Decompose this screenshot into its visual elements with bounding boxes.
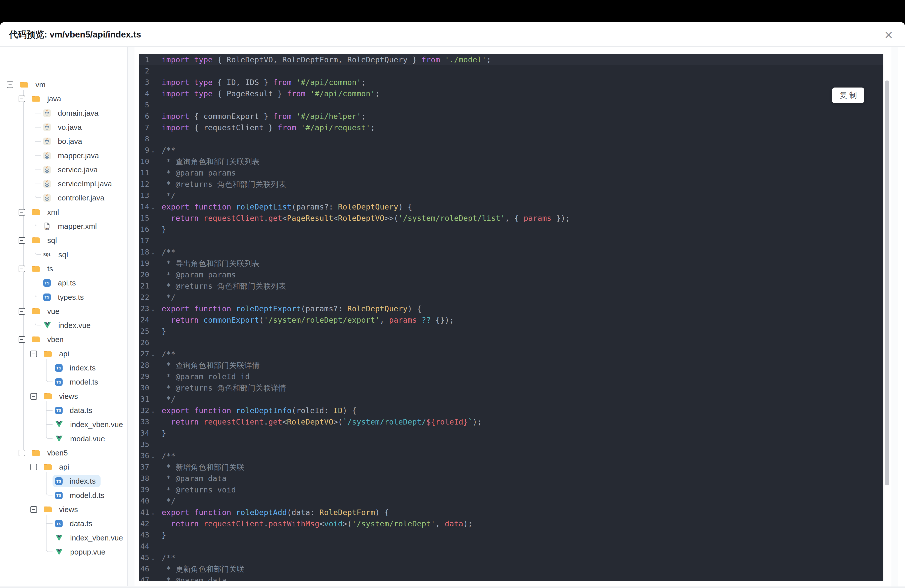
collapse-toggle[interactable] <box>19 95 25 102</box>
tree-folder-row[interactable]: ts <box>19 262 56 276</box>
collapse-toggle[interactable] <box>30 506 37 513</box>
fold-chevron-icon[interactable]: ⌄ <box>149 552 162 563</box>
fold-chevron-icon[interactable]: ⌄ <box>149 201 162 213</box>
tree-folder-row[interactable]: vm <box>7 78 48 92</box>
tree-row-main[interactable]: vben5 <box>32 447 70 459</box>
close-icon[interactable]: × <box>880 24 897 45</box>
fold-chevron-icon[interactable]: ⌄ <box>149 303 162 315</box>
collapse-toggle[interactable] <box>7 81 13 88</box>
tree-row-main[interactable]: index.vue <box>41 319 95 332</box>
tree-folder-row[interactable]: sql <box>19 234 59 248</box>
tree-folder-label: vue <box>47 307 59 316</box>
collapse-toggle[interactable] <box>19 336 25 343</box>
tree-file-row[interactable]: service.java <box>41 163 103 177</box>
tree-folder-row[interactable]: api <box>30 460 71 474</box>
tree-file-row[interactable]: TSindex.ts <box>52 474 100 488</box>
code-scrollbar-thumb[interactable] <box>885 81 889 485</box>
fold-chevron-icon[interactable]: ⌄ <box>149 507 162 518</box>
tree-row-main[interactable]: vben <box>32 334 66 346</box>
code-token: ; <box>370 123 375 132</box>
tree-row-main[interactable]: domain.java <box>41 107 103 119</box>
tree-row-main[interactable]: popup.vue <box>52 546 110 558</box>
tree-row-main[interactable]: views <box>43 390 81 402</box>
tree-file-row[interactable]: index_vben.vue <box>52 418 127 432</box>
tree-row-main[interactable]: api <box>43 348 71 360</box>
tree-row-main[interactable]: vo.java <box>41 121 87 133</box>
tree-file-row[interactable]: modal.vue <box>52 432 110 446</box>
tree-file-row[interactable]: TSdata.ts <box>52 404 97 418</box>
fold-chevron-icon[interactable]: ⌄ <box>149 450 162 461</box>
tree-row-main[interactable]: XMLmapper.xml <box>41 220 102 232</box>
fold-chevron-icon[interactable]: ⌄ <box>149 348 162 360</box>
code-text: } <box>162 326 166 337</box>
tree-folder-row[interactable]: java <box>19 92 64 106</box>
tree-folder-row[interactable]: vben5 <box>19 446 70 460</box>
collapse-toggle[interactable] <box>30 351 37 357</box>
tree-row-main[interactable]: xml <box>32 206 62 218</box>
tree-file-row[interactable]: TSmodel.ts <box>52 375 103 389</box>
tree-file-row[interactable]: TStypes.ts <box>41 290 89 304</box>
line-number: 31 <box>139 394 149 405</box>
tree-row-main[interactable]: controller.java <box>41 192 110 204</box>
tree-file-row[interactable]: popup.vue <box>52 545 110 559</box>
tree-row-main[interactable]: TSapi.ts <box>41 277 81 289</box>
tree-row-main[interactable]: vue <box>32 305 62 317</box>
tree-file-row[interactable]: TSapi.ts <box>41 276 81 290</box>
tree-file-row[interactable]: index.vue <box>41 318 95 332</box>
tree-row-main[interactable]: sql <box>32 234 59 246</box>
collapse-toggle[interactable] <box>19 308 25 315</box>
tree-file-row[interactable]: TSindex.ts <box>52 361 100 375</box>
tree-row-main[interactable]: bo.java <box>41 135 87 147</box>
collapse-toggle[interactable] <box>19 450 25 456</box>
tree-row-main[interactable]: TSmodel.d.ts <box>52 489 110 502</box>
dialog-scrollbar-track[interactable] <box>891 47 898 588</box>
tree-row-main[interactable]: java <box>32 93 64 105</box>
collapse-toggle[interactable] <box>30 464 37 470</box>
tree-folder-row[interactable]: views <box>30 389 81 404</box>
tree-folder-row[interactable]: api <box>30 347 71 361</box>
tree-row-main[interactable]: TSmodel.ts <box>52 376 103 388</box>
copy-button[interactable]: 复 制 <box>832 87 864 103</box>
tree-row-main[interactable]: TSindex.ts <box>52 362 100 374</box>
fold-chevron-icon[interactable]: ⌄ <box>149 145 162 156</box>
tree-folder-row[interactable]: vben <box>19 332 66 346</box>
tree-file-row[interactable]: TSdata.ts <box>52 516 97 531</box>
tree-row-main[interactable]: TSdata.ts <box>52 518 97 530</box>
tree-file-row[interactable]: vo.java <box>41 120 87 134</box>
collapse-toggle[interactable] <box>19 237 25 244</box>
code-token: * 更新角色和部门关联 <box>162 565 245 574</box>
tree-file-row[interactable]: XMLmapper.xml <box>41 219 102 234</box>
tree-file-row[interactable]: controller.java <box>41 191 110 205</box>
tree-row-main[interactable]: serviceImpl.java <box>41 178 117 190</box>
tree-row-main[interactable]: index_vben.vue <box>52 532 127 544</box>
collapse-toggle[interactable] <box>19 265 25 272</box>
collapse-toggle[interactable] <box>30 393 37 400</box>
tree-file-row[interactable]: TSmodel.d.ts <box>52 488 110 502</box>
tree-file-row[interactable]: serviceImpl.java <box>41 177 117 191</box>
tree-file-selected[interactable]: TSindex.ts <box>52 475 100 487</box>
tree-folder-row[interactable]: xml <box>19 205 62 219</box>
tree-file-row[interactable]: index_vben.vue <box>52 531 127 545</box>
fold-chevron-icon[interactable]: ⌄ <box>149 246 162 258</box>
collapse-toggle[interactable] <box>19 209 25 216</box>
fold-chevron-icon[interactable]: ⌄ <box>149 405 162 416</box>
tree-folder-row[interactable]: vue <box>19 304 62 318</box>
tree-file-row[interactable]: bo.java <box>41 134 87 148</box>
tree-row-main[interactable]: ts <box>32 263 56 275</box>
tree-row-main[interactable]: service.java <box>41 164 103 176</box>
tree-row-main[interactable]: mapper.java <box>41 149 104 162</box>
tree-file-row[interactable]: domain.java <box>41 106 103 120</box>
tree-folder-row[interactable]: views <box>30 502 81 516</box>
tree-row-main[interactable]: views <box>43 504 81 516</box>
tree-row-main[interactable]: TStypes.ts <box>41 291 89 303</box>
tree-scrollbar-track[interactable] <box>128 47 135 586</box>
tree-row-main[interactable]: TSdata.ts <box>52 404 97 416</box>
tree-row-main[interactable]: modal.vue <box>52 433 110 445</box>
tree-file-row[interactable]: mapper.java <box>41 149 104 163</box>
tree-row-main[interactable]: SQLsql <box>41 249 73 261</box>
tree-file-row[interactable]: SQLsql <box>41 248 73 262</box>
tree-row-main[interactable]: api <box>43 461 71 473</box>
tree-row-main[interactable]: index_vben.vue <box>52 418 127 431</box>
tree-row-main[interactable]: vm <box>20 79 48 91</box>
line-number: 34 <box>139 427 149 439</box>
